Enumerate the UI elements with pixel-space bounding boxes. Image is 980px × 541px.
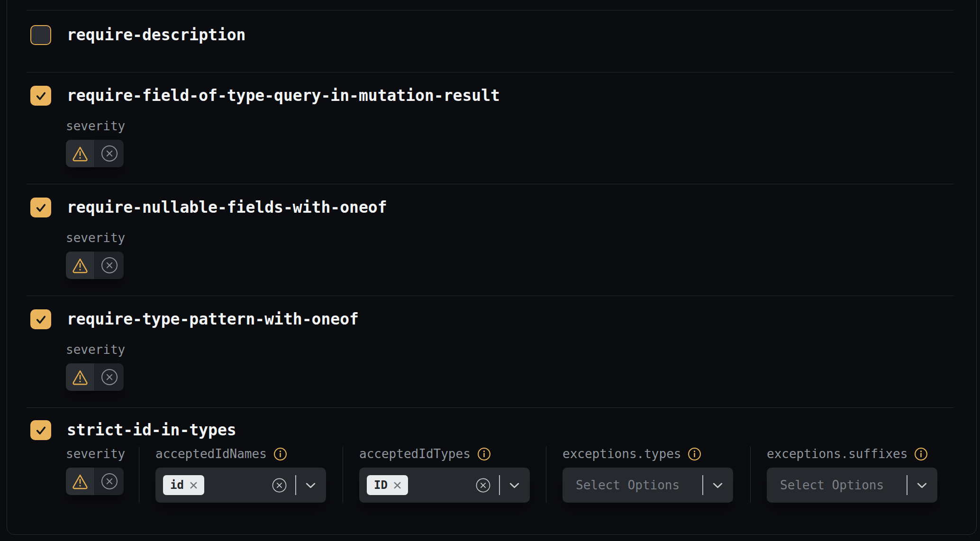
column-divider (343, 447, 343, 503)
rule-title: require-type-pattern-with-oneof (67, 309, 359, 329)
rule-title: require-description (67, 25, 246, 45)
circle-x-icon (100, 472, 119, 491)
checkmark-icon (35, 201, 47, 214)
rule-checkbox[interactable] (30, 198, 51, 217)
select-separator (499, 475, 500, 495)
circle-x-icon (100, 368, 119, 387)
severity-toggle (66, 363, 124, 391)
severity-toggle (66, 468, 124, 495)
column-divider (546, 447, 546, 503)
severity-off-button[interactable] (95, 363, 124, 391)
tag-value: id (170, 479, 184, 491)
severity-warn-button[interactable] (66, 468, 95, 495)
chevron-down-icon[interactable] (306, 482, 316, 488)
rule-title: require-nullable-fields-with-oneof (67, 198, 387, 217)
rule-checkbox[interactable] (30, 25, 51, 45)
checkmark-icon (35, 313, 47, 326)
tag-id: id (163, 475, 204, 495)
rule-title: require-field-of-type-query-in-mutation-… (67, 86, 500, 106)
severity-toggle (66, 140, 124, 167)
severity-warn-button[interactable] (66, 140, 95, 167)
severity-label: severity (66, 343, 125, 357)
chevron-down-icon[interactable] (713, 482, 723, 488)
exceptions-suffixes-label: exceptions.suffixes (767, 447, 907, 461)
clear-circle-x-icon (272, 478, 287, 493)
rule-row-require-field-of-type-query-in-mutation-result: require-field-of-type-query-in-mutation-… (27, 72, 954, 184)
acceptedIdNames-label: acceptedIdNames (155, 447, 267, 461)
acceptedIdNames-option-column: acceptedIdNames id (155, 447, 343, 503)
chevron-down-icon[interactable] (917, 482, 927, 488)
column-divider (750, 447, 751, 503)
chevron-down-icon[interactable] (509, 482, 519, 488)
rule-checkbox[interactable] (30, 420, 51, 440)
severity-warn-button[interactable] (66, 363, 95, 391)
rule-row-require-nullable-fields-with-oneof: require-nullable-fields-with-oneof sever… (27, 184, 954, 296)
circle-x-icon (100, 144, 119, 163)
severity-toggle (66, 252, 124, 279)
rule-row-require-description: require-description (27, 10, 954, 72)
select-placeholder: Select Options (576, 478, 680, 492)
warning-triangle-icon (71, 145, 90, 162)
rule-row-require-type-pattern-with-oneof: require-type-pattern-with-oneof severity (27, 296, 954, 407)
select-separator (702, 475, 703, 495)
info-icon[interactable] (914, 447, 928, 461)
exceptions-types-label: exceptions.types (563, 447, 681, 461)
rule-row-strict-id-in-types: strict-id-in-types severity (27, 407, 954, 535)
tag-remove-icon[interactable] (393, 481, 402, 490)
rule-title: strict-id-in-types (67, 420, 236, 440)
exceptions-types-option-column: exceptions.types Select Options (563, 447, 750, 503)
info-icon[interactable] (477, 447, 491, 461)
severity-off-button[interactable] (95, 252, 124, 279)
warning-triangle-icon (71, 257, 90, 274)
info-icon[interactable] (688, 447, 701, 461)
warning-triangle-icon (71, 473, 90, 490)
checkmark-icon (35, 424, 47, 437)
exceptions-types-multiselect[interactable]: Select Options (563, 468, 733, 503)
select-separator (295, 475, 296, 495)
tag-value: ID (374, 479, 388, 491)
severity-warn-button[interactable] (66, 252, 95, 279)
severity-off-button[interactable] (95, 468, 124, 495)
clear-circle-x-icon (475, 478, 491, 493)
circle-x-icon (100, 256, 119, 275)
select-separator (907, 475, 907, 495)
select-placeholder: Select Options (780, 478, 884, 492)
acceptedIdTypes-option-column: acceptedIdTypes ID (359, 447, 546, 503)
column-divider (139, 447, 139, 503)
tag-ID: ID (367, 475, 408, 495)
rule-checkbox[interactable] (30, 86, 51, 106)
exceptions-suffixes-option-column: exceptions.suffixes Select Options (767, 447, 937, 503)
rule-checkbox[interactable] (30, 309, 51, 329)
severity-label: severity (66, 447, 125, 461)
acceptedIdNames-multiselect[interactable]: id (155, 468, 326, 503)
clear-all-button[interactable] (272, 478, 287, 493)
severity-label: severity (66, 231, 125, 245)
acceptedIdTypes-multiselect[interactable]: ID (359, 468, 530, 503)
warning-triangle-icon (71, 369, 90, 386)
severity-label: severity (66, 119, 125, 133)
tag-remove-icon[interactable] (189, 481, 198, 490)
severity-off-button[interactable] (95, 140, 124, 167)
panel-top-spacer (27, 0, 954, 10)
info-icon[interactable] (273, 447, 287, 461)
severity-option-column: severity (66, 447, 139, 503)
checkmark-icon (35, 90, 47, 102)
acceptedIdTypes-label: acceptedIdTypes (359, 447, 471, 461)
rules-config-panel: require-description require-field-of-typ… (7, 0, 977, 535)
exceptions-suffixes-multiselect[interactable]: Select Options (767, 468, 937, 503)
clear-all-button[interactable] (475, 478, 491, 493)
